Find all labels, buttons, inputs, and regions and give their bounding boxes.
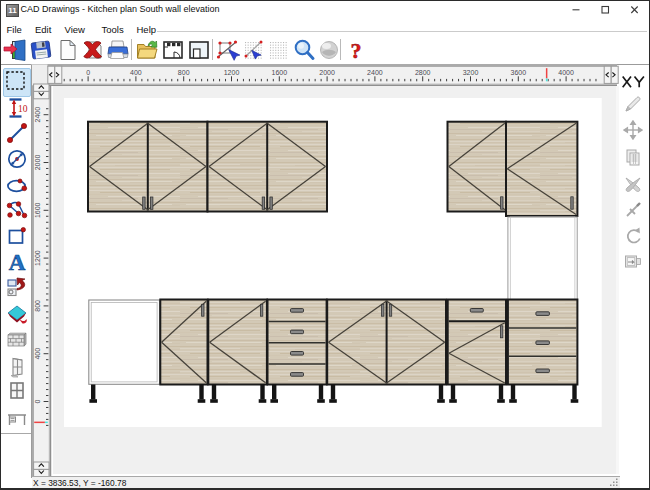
svg-text:1200: 1200 <box>224 69 240 76</box>
svg-text:2400: 2400 <box>34 107 41 123</box>
svg-text:1600: 1600 <box>34 202 41 218</box>
svg-text:1600: 1600 <box>272 69 288 76</box>
svg-text:0: 0 <box>86 69 90 76</box>
svg-text:2000: 2000 <box>34 155 41 171</box>
svg-text:A: A <box>9 250 26 274</box>
svg-text:2800: 2800 <box>415 69 431 76</box>
svg-text:10: 10 <box>18 104 28 114</box>
svg-text:3200: 3200 <box>463 69 479 76</box>
svg-text:2400: 2400 <box>367 69 383 76</box>
svg-text:1200: 1200 <box>34 250 41 266</box>
svg-text:0: 0 <box>34 399 41 403</box>
svg-text:2000: 2000 <box>319 69 335 76</box>
svg-text:?: ? <box>351 38 362 62</box>
svg-text:800: 800 <box>178 69 190 76</box>
svg-text:3600: 3600 <box>511 69 527 76</box>
svg-text:800: 800 <box>34 300 41 312</box>
svg-text:4000: 4000 <box>558 69 574 76</box>
svg-text:400: 400 <box>34 348 41 360</box>
svg-text:400: 400 <box>130 69 142 76</box>
